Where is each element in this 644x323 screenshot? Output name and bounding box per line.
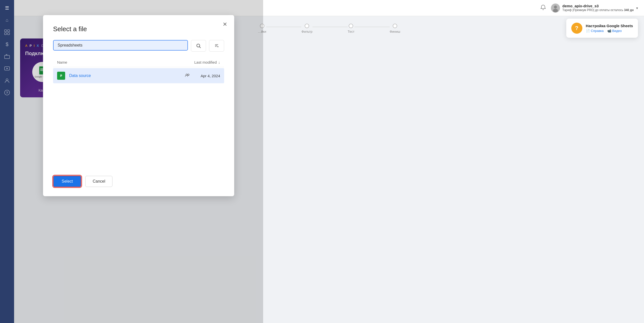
- step-финиш-label: Финиш: [390, 30, 400, 33]
- step-line-2: [312, 27, 348, 27]
- select-button[interactable]: Select: [53, 176, 81, 187]
- select-file-dialog: ✕ Select a file: [43, 15, 234, 196]
- search-input[interactable]: [53, 40, 188, 51]
- notification-icon[interactable]: [540, 5, 546, 11]
- dialog-close-button[interactable]: ✕: [223, 21, 227, 28]
- step-фильтр: Фильтр: [301, 24, 312, 33]
- search-button[interactable]: [191, 40, 206, 52]
- svg-point-7: [6, 79, 8, 81]
- svg-line-11: [199, 47, 201, 48]
- cancel-button[interactable]: Cancel: [85, 176, 112, 187]
- search-input-wrap: [53, 40, 188, 52]
- sort-button[interactable]: [209, 40, 224, 52]
- sidebar-network-icon[interactable]: [2, 27, 12, 37]
- svg-rect-2: [5, 33, 7, 35]
- file-type-icon: +: [57, 72, 65, 80]
- step-line-3: [354, 27, 390, 27]
- col-name-header: Name: [57, 60, 194, 64]
- step-тест-circle: [349, 24, 353, 28]
- user-plan: Тариф |Премиум PRO| до оплаты осталось 3…: [562, 8, 634, 12]
- sidebar-menu-icon[interactable]: ☰: [2, 3, 12, 13]
- search-icon: [196, 43, 201, 48]
- step-тест: Тест: [348, 24, 354, 33]
- file-shared-icon: [185, 73, 190, 78]
- sidebar-help-icon[interactable]: ?: [2, 88, 12, 98]
- dialog-footer: Select Cancel: [53, 176, 224, 187]
- svg-rect-3: [8, 33, 10, 35]
- svg-text:+: +: [60, 74, 62, 76]
- step-финиш: Финиш: [390, 24, 400, 33]
- help-question-icon: ?: [571, 23, 582, 34]
- sidebar-video-icon[interactable]: [2, 63, 12, 73]
- user-info[interactable]: demo_apix-drive_s3 Тариф |Премиум PRO| д…: [551, 4, 638, 13]
- help-links: 📄 Справка 📹 Видео: [586, 29, 633, 33]
- svg-rect-1: [8, 30, 10, 32]
- user-menu-chevron-icon: ▾: [636, 6, 638, 10]
- step-фильтр-circle: [305, 24, 309, 28]
- help-text-block: Настройка Google Sheets 📄 Справка 📹 Виде…: [586, 24, 633, 33]
- svg-point-25: [553, 9, 558, 12]
- help-video-link[interactable]: 📹 Видео: [607, 29, 622, 33]
- file-list-header: Name Last modified ↓: [53, 58, 224, 67]
- main-content: ✕ Select a file: [14, 0, 644, 323]
- svg-text:?: ?: [6, 91, 8, 95]
- sidebar-money-icon[interactable]: $: [2, 39, 12, 49]
- svg-point-24: [554, 6, 557, 9]
- help-video-icon: 📹: [607, 29, 611, 33]
- user-avatar: [551, 4, 560, 13]
- help-title: Настройка Google Sheets: [586, 24, 633, 28]
- sidebar: ☰ ⌂ $ ?: [0, 0, 14, 323]
- search-bar: [53, 40, 224, 52]
- file-date: Apr 4, 2024: [190, 74, 220, 78]
- svg-rect-4: [5, 55, 10, 59]
- sidebar-briefcase-icon[interactable]: [2, 51, 12, 61]
- dialog-overlay: ✕ Select a file: [14, 0, 263, 323]
- sort-icon: [214, 43, 219, 48]
- help-справка-link[interactable]: 📄 Справка: [586, 29, 604, 33]
- sidebar-home-icon[interactable]: ⌂: [2, 15, 12, 25]
- file-name: Data source: [69, 73, 183, 78]
- username: demo_apix-drive_s3: [562, 4, 634, 9]
- step-тест-label: Тест: [348, 30, 354, 33]
- sidebar-user-icon[interactable]: [2, 75, 12, 86]
- step-фильтр-label: Фильтр: [301, 30, 312, 33]
- scrollbar-area: [53, 83, 224, 168]
- dialog-title: Select a file: [53, 25, 224, 33]
- svg-marker-6: [7, 68, 8, 69]
- col-modified-header[interactable]: Last modified ↓: [194, 60, 220, 64]
- file-row[interactable]: + Data source Apr 4, 2024: [53, 68, 224, 83]
- step-финиш-circle: [393, 24, 397, 28]
- help-справка-icon: 📄: [586, 29, 590, 33]
- step-line-1: [266, 27, 301, 27]
- svg-rect-0: [5, 30, 7, 32]
- sort-arrow-icon: ↓: [218, 60, 220, 64]
- help-tooltip: ? Настройка Google Sheets 📄 Справка 📹 Ви…: [566, 19, 638, 38]
- user-text: demo_apix-drive_s3 Тариф |Премиум PRO| д…: [562, 4, 634, 12]
- svg-marker-15: [217, 46, 219, 47]
